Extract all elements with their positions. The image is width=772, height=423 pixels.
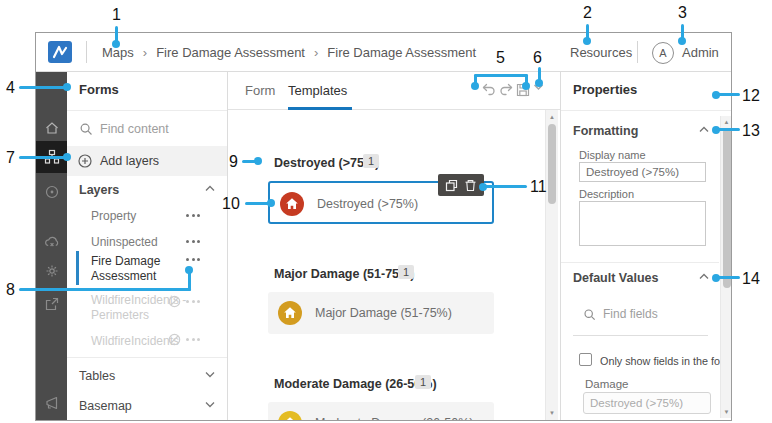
display-name-input[interactable] <box>579 162 706 182</box>
template-group-title: Major Damage (51-75%) <box>274 267 414 281</box>
layer-item-property[interactable]: Property <box>91 209 187 224</box>
avatar[interactable]: A <box>652 42 674 64</box>
expand-icon[interactable] <box>36 417 67 421</box>
scrollbar-thumb[interactable] <box>723 128 731 288</box>
duplicate-icon[interactable] <box>445 179 458 192</box>
layer-item-fire-damage-assessment[interactable]: Fire Damage Assessment <box>91 254 187 284</box>
callout-10-dot <box>267 199 275 207</box>
feedback-icon[interactable] <box>36 388 67 418</box>
scroll-up-icon[interactable]: ▲ <box>546 112 558 122</box>
basemap-section-header[interactable]: Basemap <box>79 399 132 413</box>
scrollbar-thumb[interactable] <box>548 124 556 204</box>
settings-icon[interactable] <box>36 256 67 286</box>
layer-overflow-menu[interactable] <box>186 338 200 341</box>
offline-icon[interactable] <box>36 227 67 257</box>
callout-8-line <box>188 271 191 291</box>
moderate-damage-symbol-icon <box>278 411 302 421</box>
callout-5-dot <box>471 82 479 90</box>
breadcrumb-map-name[interactable]: Fire Damage Assessment <box>156 45 305 60</box>
callout-2-dot <box>583 37 591 45</box>
chevron-right-icon: › <box>143 45 147 60</box>
not-visible-icon <box>168 333 181 346</box>
tab-form[interactable]: Form <box>245 72 275 110</box>
layers-section-header[interactable]: Layers <box>79 183 119 197</box>
find-fields-input[interactable] <box>603 307 703 321</box>
divider <box>561 262 719 263</box>
callout-3-label: 3 <box>678 4 687 22</box>
chevron-right-icon: › <box>314 45 318 60</box>
scrollbar[interactable]: ▲ ▼ <box>545 110 558 420</box>
callout-12-label: 12 <box>742 87 760 105</box>
template-count-badge: 1 <box>363 154 379 168</box>
callout-8-line <box>19 288 191 291</box>
chevron-up-icon[interactable] <box>205 185 215 192</box>
callout-4-line <box>19 86 67 89</box>
formatting-section-header[interactable]: Formatting <box>573 124 638 138</box>
chevron-up-icon[interactable] <box>699 273 709 280</box>
template-count-badge: 1 <box>398 265 414 279</box>
add-layers-button[interactable]: Add layers <box>67 146 227 176</box>
forms-panel-title: Forms <box>79 82 119 97</box>
template-card-label: Destroyed (>75%) <box>317 183 418 225</box>
find-content-input[interactable] <box>100 122 215 136</box>
resources-link[interactable]: Resources <box>570 33 632 72</box>
callout-8-dot <box>185 266 193 274</box>
callout-13-dot <box>712 126 720 134</box>
header-divider <box>637 41 638 63</box>
only-show-fields-checkbox[interactable] <box>579 353 592 366</box>
template-card-major-damage[interactable]: Major Damage (51-75%) <box>268 292 494 334</box>
callout-9-label: 9 <box>229 153 238 171</box>
scroll-down-icon[interactable]: ▼ <box>721 407 732 417</box>
home-icon[interactable] <box>36 113 67 143</box>
callout-1-dot <box>112 40 120 48</box>
callout-5-bracket <box>474 74 528 77</box>
template-card-moderate-damage[interactable]: Moderate Damage (26-50%) <box>268 402 494 421</box>
only-show-fields-label: Only show fields in the form <box>600 355 732 367</box>
geofence-icon[interactable] <box>36 177 67 207</box>
top-header: Maps › Fire Damage Assessment › Fire Dam… <box>36 33 731 72</box>
scrollbar[interactable]: ▲ ▼ <box>720 116 732 418</box>
forms-panel: Forms Add layers Layers Property Uninspe… <box>67 72 228 420</box>
callout-7-label: 7 <box>6 149 15 167</box>
not-visible-icon <box>168 295 181 308</box>
chevron-up-icon[interactable] <box>699 126 709 133</box>
scroll-down-icon[interactable]: ▼ <box>546 408 558 418</box>
callout-4-dot <box>63 83 71 91</box>
app-window: Maps › Fire Damage Assessment › Fire Dam… <box>35 32 732 421</box>
callout-7-dot <box>63 153 71 161</box>
callout-12-dot <box>712 91 720 99</box>
annotated-screenshot: Maps › Fire Damage Assessment › Fire Dam… <box>0 0 772 423</box>
search-icon <box>583 308 597 322</box>
layer-overflow-menu[interactable] <box>186 258 200 261</box>
header-divider <box>86 41 87 63</box>
user-menu[interactable]: Admin <box>682 33 719 72</box>
callout-13-label: 13 <box>742 122 760 140</box>
tables-section-header[interactable]: Tables <box>79 369 115 383</box>
chevron-down-icon[interactable] <box>205 401 215 408</box>
delete-icon[interactable] <box>464 179 477 192</box>
undo-icon[interactable] <box>482 83 498 99</box>
layer-overflow-menu[interactable] <box>186 240 200 243</box>
template-card-label: Moderate Damage (26-50%) <box>315 402 473 421</box>
scroll-up-icon[interactable]: ▲ <box>721 117 732 127</box>
description-textarea[interactable] <box>579 201 706 246</box>
chevron-down-icon[interactable] <box>205 371 215 378</box>
damage-field-value[interactable] <box>583 392 711 414</box>
tab-templates[interactable]: Templates <box>288 72 347 110</box>
layer-item-uninspected[interactable]: Uninspected <box>91 235 187 250</box>
plus-circle-icon <box>78 154 92 168</box>
layer-overflow-menu[interactable] <box>186 214 200 217</box>
properties-panel-title: Properties <box>573 82 637 97</box>
sharing-icon[interactable] <box>36 289 67 319</box>
callout-5-dot <box>522 82 530 90</box>
breadcrumb: Maps › Fire Damage Assessment › Fire Dam… <box>102 33 476 72</box>
callout-10-label: 10 <box>222 195 240 213</box>
default-values-section-header[interactable]: Default Values <box>573 271 658 285</box>
layer-overflow-menu[interactable] <box>186 300 200 303</box>
callout-14-label: 14 <box>742 270 760 288</box>
divider <box>573 335 708 336</box>
template-card-label: Major Damage (51-75%) <box>315 292 452 334</box>
esri-logo[interactable] <box>48 41 72 63</box>
redo-icon[interactable] <box>499 83 515 99</box>
callout-11-line <box>483 185 527 188</box>
